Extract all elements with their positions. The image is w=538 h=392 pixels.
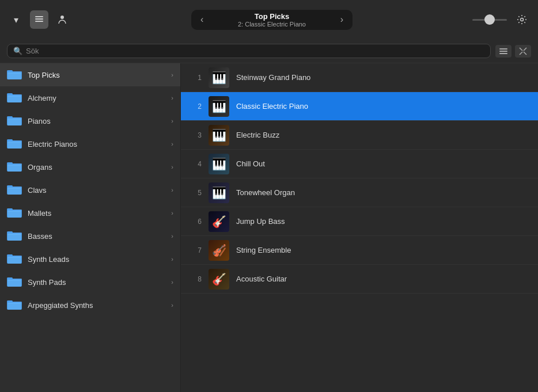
sidebar-item-label: Arpeggiated Synths <box>28 301 165 310</box>
svg-rect-17 <box>7 96 21 97</box>
main-content: Top Picks › Alchemy › Pianos › <box>0 63 538 392</box>
svg-rect-10 <box>7 70 13 72</box>
svg-rect-2 <box>35 21 43 22</box>
search-input[interactable] <box>26 47 484 55</box>
dropdown-icon: ▾ <box>14 14 18 25</box>
sidebar-item-synth-pads[interactable]: Synth Pads › <box>0 271 180 294</box>
svg-rect-7 <box>499 53 507 54</box>
chevron-right-icon: › <box>171 94 173 101</box>
svg-rect-40 <box>7 208 13 210</box>
search-bar: 🔍 <box>0 39 538 63</box>
svg-point-4 <box>521 18 524 21</box>
instrument-item-3[interactable]: 3 🎹 Electric Buzz <box>181 121 538 150</box>
settings-btn[interactable] <box>513 10 531 29</box>
list-view-btn[interactable] <box>495 45 512 58</box>
sidebar-item-label: Clavs <box>28 186 165 195</box>
folder-icon <box>7 253 22 265</box>
sidebar-item-clavs[interactable]: Clavs › <box>0 178 180 201</box>
sidebar-item-organs[interactable]: Organs › <box>0 155 180 178</box>
volume-track <box>472 19 507 21</box>
sidebar-item-mallets[interactable]: Mallets › <box>0 201 180 224</box>
item-thumbnail: 🎸 <box>209 211 229 232</box>
item-name: Chill Out <box>236 159 265 168</box>
top-bar-left: ▾ <box>7 10 71 29</box>
svg-rect-32 <box>7 165 21 166</box>
svg-rect-55 <box>7 277 13 279</box>
svg-rect-30 <box>7 162 13 164</box>
gear-icon <box>517 14 527 25</box>
instrument-item-4[interactable]: 4 🎹 Chill Out <box>181 150 538 178</box>
folder-icon <box>7 299 22 311</box>
svg-rect-45 <box>7 231 13 233</box>
item-number: 3 <box>190 131 202 139</box>
chevron-right-icon: › <box>171 187 173 193</box>
chevron-right-icon: › <box>171 117 173 124</box>
figure-icon <box>57 14 67 25</box>
folder-icon <box>7 138 22 150</box>
search-icon: 🔍 <box>13 47 22 55</box>
volume-control[interactable] <box>472 19 507 21</box>
nav-current: 2: Classic Electric Piano <box>207 21 336 28</box>
svg-rect-25 <box>7 139 13 141</box>
library-btn[interactable] <box>30 10 48 29</box>
instrument-item-5[interactable]: 5 🎹 Tonewheel Organ <box>181 178 538 207</box>
sidebar-item-arpeggiated-synths[interactable]: Arpeggiated Synths › <box>0 294 180 317</box>
instrument-item-2[interactable]: 2 🎹 Classic Electric Piano <box>181 92 538 121</box>
svg-rect-50 <box>7 254 13 256</box>
folder-icon <box>7 230 22 242</box>
svg-rect-42 <box>7 211 21 212</box>
chevron-right-icon: › <box>171 210 173 216</box>
sidebar-item-label: Synth Pads <box>28 278 165 287</box>
sidebar-item-top-picks[interactable]: Top Picks › <box>0 63 180 86</box>
item-number: 2 <box>190 102 202 111</box>
folder-icon <box>7 115 22 127</box>
nav-next-btn[interactable]: › <box>337 14 347 25</box>
chevron-right-icon: › <box>171 163 173 170</box>
search-input-wrap[interactable]: 🔍 <box>7 44 491 58</box>
nav-category: Top Picks <box>207 12 336 21</box>
sidebar-item-electric-pianos[interactable]: Electric Pianos › <box>0 132 180 155</box>
sidebar-item-synth-leads[interactable]: Synth Leads › <box>0 248 180 271</box>
svg-rect-60 <box>7 300 13 302</box>
item-number: 1 <box>190 74 202 82</box>
sidebar-item-label: Top Picks <box>28 71 165 79</box>
svg-rect-22 <box>7 119 21 120</box>
svg-rect-35 <box>7 185 13 187</box>
instrument-item-7[interactable]: 7 🎻 String Ensemble <box>181 236 538 265</box>
folder-icon <box>7 207 22 219</box>
volume-knob[interactable] <box>484 14 495 25</box>
instrument-item-1[interactable]: 1 🎹 Steinway Grand Piano <box>181 63 538 92</box>
sidebar-item-alchemy[interactable]: Alchemy › <box>0 86 180 109</box>
svg-rect-0 <box>35 16 43 17</box>
chevron-right-icon: › <box>171 256 173 262</box>
item-number: 5 <box>190 189 202 197</box>
svg-rect-57 <box>7 280 21 281</box>
instrument-item-8[interactable]: 8 🎸 Acoustic Guitar <box>181 265 538 294</box>
item-thumbnail: 🎹 <box>209 182 229 203</box>
nav-center: ‹ Top Picks 2: Classic Electric Piano › <box>191 10 353 30</box>
svg-rect-12 <box>7 73 21 74</box>
item-thumbnail: 🎹 <box>209 96 229 117</box>
svg-rect-1 <box>35 18 43 20</box>
sidebar-item-pianos[interactable]: Pianos › <box>0 109 180 132</box>
collapse-icon <box>518 47 528 56</box>
folder-icon <box>7 276 22 288</box>
svg-rect-15 <box>7 93 13 95</box>
sidebar-item-basses[interactable]: Basses › <box>0 224 180 248</box>
sidebar-item-label: Alchemy <box>28 94 165 102</box>
chevron-right-icon: › <box>171 71 173 78</box>
nav-prev-btn[interactable]: ‹ <box>197 14 207 25</box>
collapse-view-btn[interactable] <box>515 45 531 58</box>
svg-rect-47 <box>7 234 21 235</box>
chevron-right-icon: › <box>171 302 173 309</box>
instrument-item-6[interactable]: 6 🎸 Jump Up Bass <box>181 207 538 236</box>
folder-icon <box>7 161 22 173</box>
view-buttons <box>495 45 531 58</box>
sidebar-item-label: Synth Leads <box>28 255 165 264</box>
figure-btn[interactable] <box>53 10 71 29</box>
sidebar-item-label: Mallets <box>28 209 165 218</box>
dropdown-btn[interactable]: ▾ <box>7 10 25 29</box>
item-number: 6 <box>190 218 202 226</box>
item-name: Tonewheel Organ <box>236 188 295 197</box>
sidebar-item-label: Basses <box>28 232 165 241</box>
